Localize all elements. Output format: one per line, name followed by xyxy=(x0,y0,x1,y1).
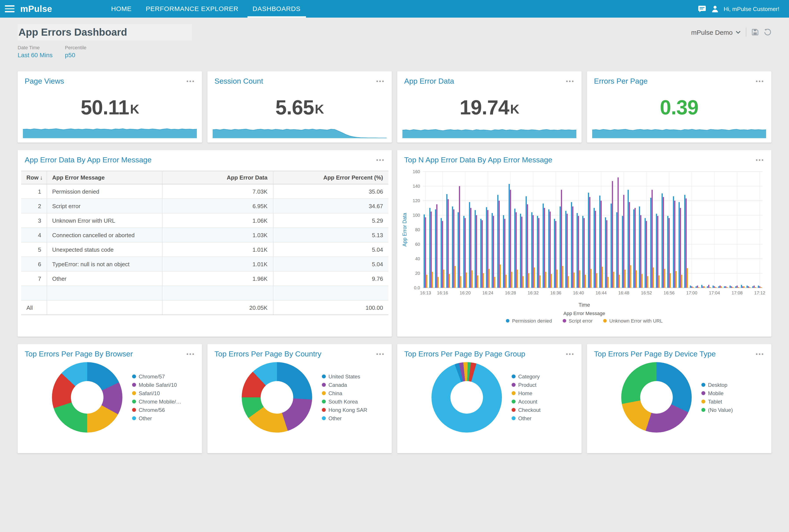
table-cell: 100.00 xyxy=(273,300,388,315)
legend-item[interactable]: Chrome Mobile/… xyxy=(132,398,181,405)
donut-chart[interactable] xyxy=(52,362,123,433)
legend-item[interactable]: Script error xyxy=(563,318,593,323)
legend-item[interactable]: Mobile xyxy=(701,390,733,396)
table-row[interactable]: 4Connection cancelled or aborted1.03K5.1… xyxy=(21,228,388,242)
legend-item[interactable]: Safari/10 xyxy=(132,390,181,396)
legend-item[interactable]: Account xyxy=(512,398,540,405)
svg-text:16:40: 16:40 xyxy=(573,290,584,295)
card-menu-icon[interactable]: ••• xyxy=(376,77,385,86)
svg-text:160: 160 xyxy=(413,169,420,174)
table-cell: 6 xyxy=(21,257,47,271)
table-row[interactable]: 6TypeError: null is not an object1.01K5.… xyxy=(21,257,388,271)
legend-item[interactable]: Mobile Safari/10 xyxy=(132,382,181,388)
legend-item[interactable]: Other xyxy=(132,415,181,421)
svg-text:16:48: 16:48 xyxy=(618,290,629,295)
kpi-card-page-views: Page Views•••50.11K xyxy=(18,71,202,142)
legend-label: Chrome/56 xyxy=(139,407,165,413)
card-menu-icon[interactable]: ••• xyxy=(566,350,574,359)
legend-item[interactable]: United States xyxy=(322,373,367,380)
legend-item[interactable]: Unknown Error with URL xyxy=(603,318,663,323)
legend-item[interactable]: China xyxy=(322,390,367,396)
reset-icon[interactable] xyxy=(764,28,771,36)
dashboard-preset-label: mPulse Demo xyxy=(691,28,733,36)
donut-chart[interactable] xyxy=(432,362,502,433)
svg-text:16:28: 16:28 xyxy=(505,290,516,295)
donut-chart[interactable] xyxy=(621,362,692,433)
svg-text:17:00: 17:00 xyxy=(686,290,697,295)
svg-text:60: 60 xyxy=(415,242,420,247)
legend-item[interactable]: Checkout xyxy=(512,407,540,413)
legend-label: United States xyxy=(328,373,360,380)
legend-dot-icon xyxy=(512,375,516,378)
table-cell: Other xyxy=(47,271,162,286)
legend-item[interactable]: Canada xyxy=(322,382,367,388)
donut-hole xyxy=(71,381,104,414)
card-menu-icon[interactable]: ••• xyxy=(756,156,764,165)
svg-text:40: 40 xyxy=(415,256,420,261)
column-header[interactable]: App Error Data xyxy=(162,171,273,184)
table-cell xyxy=(47,286,162,300)
legend-item[interactable]: Home xyxy=(512,390,540,396)
card-menu-icon[interactable]: ••• xyxy=(566,77,574,86)
user-icon[interactable] xyxy=(711,5,718,13)
column-header[interactable]: App Error Percent (%) xyxy=(273,171,388,184)
legend-item[interactable]: Product xyxy=(512,382,540,388)
legend-dot-icon xyxy=(322,375,326,378)
card-menu-icon[interactable]: ••• xyxy=(376,350,385,359)
page-header: App Errors Dashboard mPulse Demo Date Ti… xyxy=(0,18,789,64)
legend-item[interactable]: Other xyxy=(512,415,540,421)
dashboard-preset-dropdown[interactable]: mPulse Demo xyxy=(691,28,740,36)
legend-item[interactable]: Tablet xyxy=(701,398,733,405)
nav-item-performance-explorer[interactable]: PERFORMANCE EXPLORER xyxy=(141,0,244,18)
nav-item-dashboards[interactable]: DASHBOARDS xyxy=(247,0,306,18)
donut-chart[interactable] xyxy=(242,362,312,433)
legend-label: Safari/10 xyxy=(139,390,160,396)
table-cell: 7.03K xyxy=(162,184,273,199)
legend-dot-icon xyxy=(132,408,136,412)
table-row[interactable] xyxy=(21,286,388,300)
topbar-right: Hi, mPulse Customer! xyxy=(698,5,789,13)
legend-dot-icon xyxy=(512,416,516,420)
table-row[interactable]: 2Script error6.95K34.67 xyxy=(21,199,388,213)
legend-item[interactable]: Other xyxy=(322,415,367,421)
nav-item-home[interactable]: HOME xyxy=(106,0,137,18)
filter-value[interactable]: p50 xyxy=(65,52,87,58)
kpi-card-session-count: Session Count•••5.65K xyxy=(207,71,392,142)
legend-dot-icon xyxy=(563,319,566,323)
column-header[interactable]: App Error Message xyxy=(47,171,162,184)
card-menu-icon[interactable]: ••• xyxy=(376,156,385,165)
save-icon[interactable] xyxy=(752,28,759,36)
hamburger-menu-icon[interactable] xyxy=(0,0,19,18)
legend-item[interactable]: South Korea xyxy=(322,398,367,405)
table-cell: Script error xyxy=(47,199,162,213)
card-menu-icon[interactable]: ••• xyxy=(756,77,764,86)
table-row[interactable]: 1Permission denied7.03K35.06 xyxy=(21,184,388,199)
card-menu-icon[interactable]: ••• xyxy=(186,77,195,86)
legend-item[interactable]: Chrome/57 xyxy=(132,373,181,380)
legend-dot-icon xyxy=(512,383,516,387)
table-row[interactable]: 7Other1.96K9.76 xyxy=(21,271,388,286)
legend-item[interactable]: Chrome/56 xyxy=(132,407,181,413)
legend-item[interactable]: Hong Kong SAR xyxy=(322,407,367,413)
legend-label: Other xyxy=(328,415,342,421)
table-row[interactable]: 3Unknown Error with URL1.06K5.29 xyxy=(21,213,388,228)
column-header[interactable]: Row↓ xyxy=(21,171,47,184)
card-title: Top Errors Per Page By Country xyxy=(215,350,322,359)
legend-item[interactable]: (No Value) xyxy=(701,407,733,413)
user-greeting[interactable]: Hi, mPulse Customer! xyxy=(723,5,779,12)
table-row[interactable]: 5Unexpected status code1.01K5.04 xyxy=(21,242,388,257)
legend-item[interactable]: Permission denied xyxy=(506,318,552,323)
card-menu-icon[interactable]: ••• xyxy=(186,350,195,359)
title-box: App Errors Dashboard xyxy=(18,24,192,40)
kpi-title: Session Count xyxy=(215,77,263,86)
svg-text:App Error Data: App Error Data xyxy=(402,213,407,247)
legend-dot-icon xyxy=(506,319,509,323)
chat-icon[interactable] xyxy=(698,5,706,13)
filter-value[interactable]: Last 60 Mins xyxy=(18,52,53,58)
app-logo[interactable]: mPulse xyxy=(20,4,52,14)
card-menu-icon[interactable]: ••• xyxy=(756,350,764,359)
legend-item[interactable]: Category xyxy=(512,373,540,380)
legend-item[interactable]: Desktop xyxy=(701,382,733,388)
header-controls: mPulse Demo xyxy=(691,28,771,37)
table-total-row: All20.05K100.00 xyxy=(21,300,388,315)
